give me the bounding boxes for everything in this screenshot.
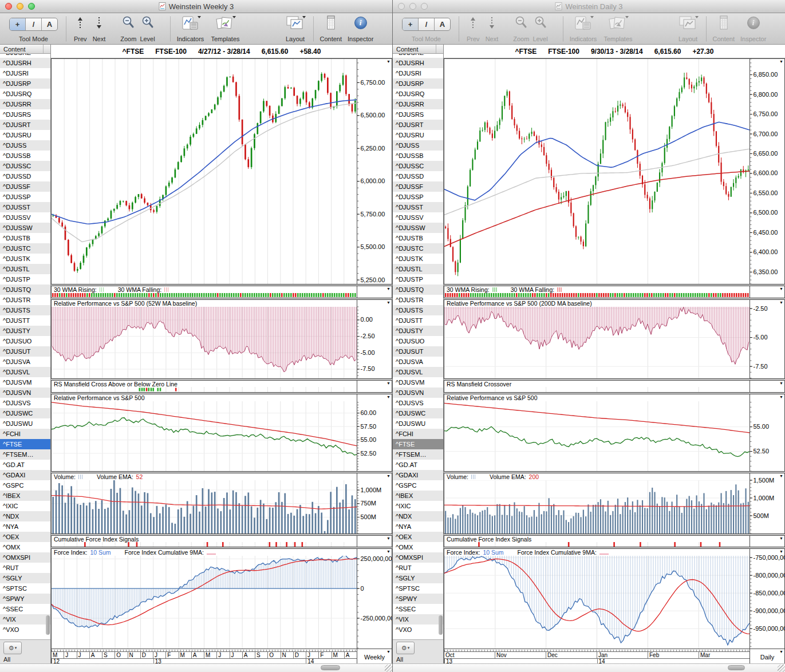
sidebar-item[interactable]: ^SPTSC: [0, 583, 50, 594]
sidebar-item[interactable]: ^SPTSC: [393, 583, 443, 594]
sidebar-item[interactable]: ^DJUSVN: [393, 388, 443, 398]
price-chart[interactable]: [52, 59, 357, 284]
sidebar-item[interactable]: ^OMXSPI: [0, 552, 50, 563]
disclosure-icon[interactable]: ▼: [779, 549, 783, 554]
templates-button[interactable]: Templates: [211, 15, 239, 44]
sidebar-item[interactable]: ^DJUSWC: [0, 408, 50, 418]
wma-strip-chart[interactable]: [52, 292, 357, 298]
sidebar-item[interactable]: ^DJUSWC: [393, 408, 443, 418]
sidebar-item[interactable]: ^DJUSSD: [393, 171, 443, 181]
sidebar-item[interactable]: ^VIX: [0, 614, 50, 624]
inspector-button[interactable]: i Inspector: [740, 15, 766, 44]
disclosure-icon[interactable]: ▼: [386, 394, 390, 400]
sidebar-item[interactable]: ^DJUSTL: [393, 264, 443, 274]
sidebar-item[interactable]: ^DJUSRS: [0, 109, 50, 120]
sidebar-item[interactable]: ^OMX: [0, 542, 50, 552]
zoom-in-button[interactable]: Level: [140, 15, 155, 44]
sidebar-item[interactable]: ^DJUSSC: [393, 161, 443, 171]
sidebar-item[interactable]: ^DJUSVA: [0, 357, 50, 367]
zoom-window-button[interactable]: [28, 3, 35, 10]
sidebar-item[interactable]: ^DJUSTP: [0, 274, 50, 284]
sidebar-item[interactable]: ^DJUSVS: [393, 398, 443, 408]
sidebar-item[interactable]: ^DJUSRT: [393, 120, 443, 130]
sidebar-item[interactable]: ^GDAXI: [0, 470, 50, 480]
sidebar-item[interactable]: ^DJUSTS: [393, 305, 443, 315]
disclosure-icon[interactable]: ▼: [386, 286, 390, 291]
sidebar-item[interactable]: ^FTSEM…: [393, 449, 443, 460]
zoom-window-button[interactable]: [421, 3, 428, 10]
text-tool-button[interactable]: A: [42, 18, 57, 30]
sidebar-item[interactable]: ^DJUSRQ: [0, 89, 50, 99]
sidebar-item[interactable]: ^DJUSWU: [393, 418, 443, 429]
next-button[interactable]: Next: [486, 15, 499, 44]
resize-grip[interactable]: [778, 665, 785, 672]
sidebar-item[interactable]: ^GSPC: [0, 480, 50, 491]
sidebar-item[interactable]: ^DJUSRE: [0, 54, 50, 58]
horizontal-scrollbar[interactable]: [0, 663, 392, 672]
force-index-chart[interactable]: [444, 556, 750, 649]
sidebar-item[interactable]: ^DJUSSV: [393, 212, 443, 223]
sidebar-item[interactable]: ^DJUSSF: [393, 181, 443, 192]
sidebar-item[interactable]: ^DJUSVN: [0, 388, 50, 398]
sidebar-item[interactable]: ^DJUSRH: [0, 58, 50, 68]
indicators-button[interactable]: Indicators: [570, 15, 597, 44]
relative-performance-line-chart[interactable]: [52, 401, 357, 471]
close-button[interactable]: [398, 3, 405, 10]
symbol-list[interactable]: ^DJUSRE^DJUSRH^DJUSRI^DJUSRP^DJUSRQ^DJUS…: [0, 54, 50, 639]
sidebar-item[interactable]: ^IXIC: [393, 501, 443, 511]
sidebar-item[interactable]: ^DJUSVS: [0, 398, 50, 408]
zoom-out-button[interactable]: Zoom: [513, 15, 529, 44]
sidebar-header[interactable]: Content: [0, 45, 50, 54]
close-button[interactable]: [5, 3, 12, 10]
sidebar-item[interactable]: ^GD.AT: [393, 460, 443, 470]
sidebar-item[interactable]: ^DJUSRR: [0, 99, 50, 109]
mansfield-signal-chart[interactable]: [444, 387, 750, 392]
sidebar-item[interactable]: ^SGLY: [393, 573, 443, 583]
sidebar-item-selected[interactable]: ^FTSE: [0, 439, 50, 449]
sidebar-item[interactable]: ^DJUSTT: [393, 315, 443, 326]
sidebar-item[interactable]: ^SSEC: [0, 604, 50, 614]
sidebar-item[interactable]: ^RUT: [0, 563, 50, 573]
resize-grip[interactable]: [385, 665, 392, 672]
sidebar-item[interactable]: ^DJUSVM: [393, 377, 443, 388]
sidebar-item[interactable]: ^DJUSSW: [0, 223, 50, 233]
sidebar-item[interactable]: ^DJUSTC: [393, 243, 443, 254]
zoom-in-button[interactable]: Level: [532, 15, 547, 44]
zoom-out-button[interactable]: Zoom: [120, 15, 136, 44]
disclosure-icon[interactable]: ▼: [386, 300, 390, 305]
sidebar-item[interactable]: ^VIX: [393, 614, 443, 624]
relative-performance-line-chart[interactable]: [444, 401, 750, 471]
scrollbar-thumb[interactable]: [728, 665, 745, 670]
minimize-button[interactable]: [409, 3, 416, 10]
volume-chart[interactable]: [444, 480, 750, 533]
sidebar-item[interactable]: ^DJUSRH: [393, 58, 443, 68]
sidebar-item[interactable]: ^FCHI: [0, 429, 50, 439]
scrollbar-thumb[interactable]: [321, 665, 340, 670]
inspector-button[interactable]: i Inspector: [348, 15, 373, 44]
cfi-signal-chart[interactable]: [52, 542, 357, 547]
sidebar-item[interactable]: ^DJUSSD: [0, 171, 50, 181]
trendline-tool-button[interactable]: /: [26, 18, 42, 30]
sidebar-item[interactable]: ^DJUSTT: [0, 315, 50, 326]
mansfield-signal-chart[interactable]: [52, 387, 357, 392]
relative-performance-histogram-chart[interactable]: [52, 307, 357, 378]
sidebar-item[interactable]: ^DJUSSB: [393, 151, 443, 161]
layout-button[interactable]: Layout: [677, 15, 699, 44]
sidebar-item[interactable]: ^DJUSSP: [0, 192, 50, 202]
sidebar-item[interactable]: ^DJUSS: [393, 140, 443, 151]
period-selector[interactable]: Daily ▼: [750, 649, 785, 665]
sidebar-item[interactable]: ^DJUSST: [0, 202, 50, 212]
volume-chart[interactable]: [52, 480, 357, 533]
sidebar-item[interactable]: ^GDAXI: [393, 470, 443, 480]
sidebar-item[interactable]: ^DJUSRQ: [393, 89, 443, 99]
sidebar-item[interactable]: ^DJUSTY: [393, 326, 443, 336]
sidebar-item-selected[interactable]: ^FTSE: [393, 439, 443, 449]
sidebar-item[interactable]: ^OMXSPI: [393, 552, 443, 563]
sidebar-item[interactable]: ^GD.AT: [0, 460, 50, 470]
content-button[interactable]: Content: [713, 15, 735, 44]
disclosure-icon[interactable]: ▼: [779, 394, 783, 400]
next-button[interactable]: Next: [93, 15, 106, 44]
sidebar-item[interactable]: ^SSEC: [393, 604, 443, 614]
indicators-button[interactable]: Indicators: [177, 15, 204, 44]
sidebar-item[interactable]: ^DJUSTR: [393, 295, 443, 305]
